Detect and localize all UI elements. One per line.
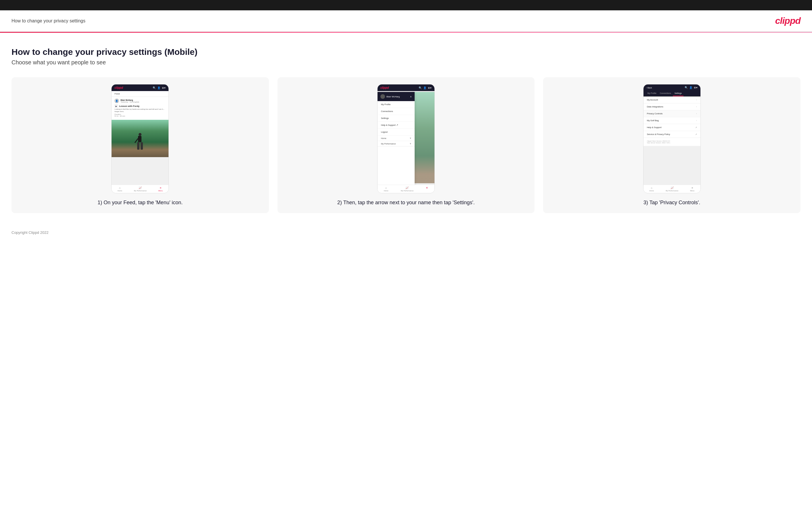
header: How to change your privacy settings clip… [0, 10, 812, 32]
menu-item-connections[interactable]: Connections [377, 108, 415, 115]
main-content: How to change your privacy settings (Mob… [0, 33, 812, 225]
menu-icon: ≡ [160, 186, 161, 189]
home-chevron: ∨ [410, 137, 411, 139]
search-icon: 🔍 [153, 87, 156, 89]
step-3-card: ‹ Back 🔍 👤 ⊕▾ My Profile Connections Set… [543, 77, 801, 213]
bottom-nav-menu[interactable]: ≡ Menu [158, 186, 163, 191]
menu-item-help[interactable]: Help & Support ↗ [377, 122, 415, 129]
menu-section-home[interactable]: Home ∨ [377, 135, 415, 141]
steps-container: clippd 🔍 👤 ⊕▾ Feed 👤 Blair McHarg [11, 77, 801, 213]
step-1-caption: 1) On your Feed, tap the 'Menu' icon. [98, 199, 183, 206]
footer: Copyright Clippd 2022 [0, 225, 812, 240]
bottom-nav-home[interactable]: ⌂ Home [117, 186, 122, 191]
search-icon-2: 🔍 [419, 87, 422, 89]
golf-image [111, 120, 168, 157]
bottom-nav-performance[interactable]: 📈 My Performance [134, 186, 147, 191]
menu-item-profile[interactable]: My Profile [377, 101, 415, 108]
post-title: Lesson with Fordy [119, 105, 140, 107]
ext-help: ↗ [695, 126, 697, 129]
phone2-logo: clippd [380, 86, 389, 89]
home-icon-3: ⌂ [651, 186, 652, 189]
home-section-label: Home [381, 137, 387, 139]
settings-label-service: Service & Privacy Policy [647, 133, 670, 135]
phone3-icons: 🔍 👤 ⊕▾ [684, 86, 698, 89]
tab-connections[interactable]: Connections [658, 91, 673, 96]
svg-rect-2 [137, 142, 140, 150]
phone3-bottom-nav: ⌂ Home 📈 My Performance ≡ Menu [644, 185, 701, 193]
settings-item-data[interactable]: Data Integrations › [644, 103, 701, 110]
back-arrow-icon: ‹ [646, 87, 647, 89]
phone1-logo: clippd [114, 86, 123, 89]
tab-my-profile[interactable]: My Profile [646, 91, 658, 96]
step-3-caption: 3) Tap 'Privacy Controls'. [644, 199, 701, 206]
settings-icon-2: ⊕▾ [428, 87, 432, 89]
ext-service: ↗ [695, 133, 697, 135]
phone-1-mockup: clippd 🔍 👤 ⊕▾ Feed 👤 Blair McHarg [111, 84, 169, 193]
menu-item-settings[interactable]: Settings [377, 115, 415, 122]
post-username: Blair McHarg [120, 99, 139, 101]
chevron-account: › [696, 99, 697, 101]
chevron-golf-bag: › [696, 119, 697, 122]
bottom-nav-menu-3[interactable]: ≡ Menu [690, 186, 695, 191]
performance-label-3: My Performance [666, 190, 678, 191]
close-icon: ✕ [426, 186, 428, 189]
menu-avatar [380, 94, 385, 99]
performance-chevron: ∨ [410, 143, 411, 145]
back-label: Back [648, 87, 652, 89]
bottom-nav-home-2[interactable]: ⌂ Home [384, 186, 389, 191]
golfer-svg [134, 133, 146, 153]
chevron-privacy: › [696, 112, 697, 115]
home-label-3: Home [649, 190, 654, 191]
tab-settings[interactable]: Settings [673, 91, 683, 96]
performance-section-label: My Performance [381, 143, 396, 145]
bottom-nav-performance-2[interactable]: 📈 My Performance [401, 186, 413, 191]
menu-chevron-icon: ∧ [410, 95, 412, 98]
settings-item-account[interactable]: My Account › [644, 97, 701, 103]
settings-icon: ⊕▾ [162, 87, 166, 89]
bottom-nav-home-3[interactable]: ⌂ Home [649, 186, 654, 191]
settings-item-golf-bag[interactable]: My Golf Bag › [644, 117, 701, 124]
back-button[interactable]: ‹ Back [646, 87, 652, 89]
bottom-nav-performance-3[interactable]: 📈 My Performance [666, 186, 678, 191]
logo: clippd [775, 15, 801, 26]
settings-item-help[interactable]: Help & Support ↗ [644, 124, 701, 131]
phone1-navbar: clippd 🔍 👤 ⊕▾ [111, 84, 168, 91]
user-icon-3: 👤 [689, 86, 693, 89]
menu-user-left: Blair McHarg [380, 94, 400, 99]
header-title: How to change your privacy settings [11, 18, 86, 23]
settings-label-golf-bag: My Golf Bag [647, 119, 659, 122]
post-desc: Looking to feel like my hands are exitin… [114, 108, 166, 113]
feed-label: Feed [111, 91, 168, 97]
menu-icon-3: ≡ [692, 186, 693, 189]
search-icon-3: 🔍 [684, 86, 688, 89]
phone2-bottom-nav: ⌂ Home 📈 My Performance ✕ [377, 185, 435, 193]
settings-icon-3: ⊕▾ [694, 86, 698, 89]
phone2-icons: 🔍 👤 ⊕▾ [419, 87, 432, 89]
copyright-text: Copyright Clippd 2022 [11, 230, 49, 235]
settings-item-service[interactable]: Service & Privacy Policy ↗ [644, 131, 701, 138]
version-server: GQL Server Version: 2022.7.30-1 [647, 142, 697, 144]
step-1-card: clippd 🔍 👤 ⊕▾ Feed 👤 Blair McHarg [11, 77, 269, 213]
golfer-figure [134, 133, 146, 153]
menu-user-row[interactable]: Blair McHarg ∧ [377, 92, 415, 101]
settings-label-privacy: Privacy Controls [647, 112, 663, 115]
menu-section-performance[interactable]: My Performance ∨ [377, 141, 415, 147]
settings-list: My Account › Data Integrations › Privacy… [644, 97, 701, 146]
page-subheading: Choose what you want people to see [11, 59, 801, 66]
settings-version: Clippd Client Version: 2022.8.3-3 GQL Se… [644, 138, 701, 146]
performance-label-2: My Performance [401, 190, 413, 191]
home-label-2: Home [384, 190, 389, 191]
settings-item-privacy[interactable]: Privacy Controls › [644, 110, 701, 117]
user-icon-2: 👤 [423, 87, 426, 89]
post-meta: Yesterday · Sunningdale [120, 101, 139, 103]
post-avatar: 👤 [114, 99, 119, 103]
menu-label-3: Menu [690, 190, 695, 191]
bottom-nav-close[interactable]: ✕ [426, 186, 428, 191]
top-bar [0, 0, 812, 10]
step-2-caption: 2) Then, tap the arrow next to your name… [337, 199, 475, 206]
svg-rect-1 [138, 136, 142, 142]
feed-post: 👤 Blair McHarg Yesterday · Sunningdale ▶… [111, 97, 168, 120]
menu-item-logout[interactable]: Logout [377, 129, 415, 135]
phone1-bottom-nav: ⌂ Home 📈 My Performance ≡ Menu [111, 185, 168, 193]
step-2-card: clippd 🔍 👤 ⊕▾ Blair McHarg [277, 77, 535, 213]
